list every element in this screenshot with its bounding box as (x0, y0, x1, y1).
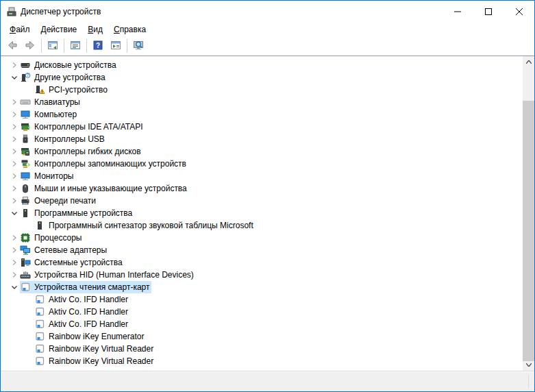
tree-item[interactable]: Программный синтезатор звуковой таблицы … (1, 219, 523, 232)
tree-item[interactable]: Устройства чтения смарт-карт (1, 281, 523, 293)
chevron-collapsed-icon[interactable] (9, 121, 20, 132)
tree-item[interactable]: Мыши и иные указывающие устройства (1, 182, 523, 195)
tree-item-content[interactable]: Программные устройства (20, 207, 134, 219)
mouse-icon (20, 183, 31, 194)
chevron-spacer (23, 343, 34, 354)
tree-item[interactable]: Контроллеры гибких дисков (1, 145, 523, 158)
tree-item[interactable]: Компьютер (1, 108, 523, 121)
tree-item[interactable]: PCI-устройство (1, 84, 523, 96)
tree-item-content[interactable]: PCI-устройство (34, 84, 110, 96)
chevron-collapsed-icon[interactable] (9, 183, 20, 194)
scan-hardware-button[interactable] (129, 38, 147, 54)
chevron-collapsed-icon[interactable] (9, 195, 20, 206)
toolbar-separator (86, 39, 87, 53)
tree-item[interactable]: Мониторы (1, 170, 523, 182)
chevron-collapsed-icon[interactable] (9, 257, 20, 268)
menu-item-файл[interactable]: Файл (4, 23, 36, 36)
smartcard-reader-icon (34, 356, 45, 367)
tree-item-content[interactable]: Rainbow iKey Virtual Reader (34, 343, 155, 355)
scrollbar-track[interactable] (523, 68, 534, 359)
tree-item[interactable]: Контроллеры USB (1, 133, 523, 145)
chevron-collapsed-icon[interactable] (9, 146, 20, 157)
console-tree-button[interactable] (44, 38, 62, 54)
chevron-collapsed-icon[interactable] (9, 245, 20, 256)
tree-item-content[interactable]: Системные устройства (20, 256, 125, 269)
tree-item-content[interactable]: Контроллеры запоминающих устройств (20, 158, 188, 170)
tree-item-content[interactable]: Программный синтезатор звуковой таблицы … (34, 219, 256, 232)
tree-item[interactable]: Rainbow iKey Virtual Reader (1, 343, 523, 355)
properties-button[interactable] (66, 38, 84, 54)
chevron-spacer (23, 294, 34, 305)
chevron-collapsed-icon[interactable] (9, 158, 20, 169)
minimize-button[interactable] (442, 1, 473, 22)
help-icon: ? (92, 40, 103, 53)
tree-item[interactable]: Rainbow iKey Enumerator (1, 330, 523, 343)
tree-item[interactable]: Сетевые адаптеры (1, 244, 523, 256)
device-manager-window: Диспетчер устройств ФайлДействиеВидСправ… (0, 0, 535, 392)
chevron-collapsed-icon[interactable] (9, 269, 20, 280)
chevron-collapsed-icon[interactable] (9, 97, 20, 108)
menu-item-вид[interactable]: Вид (82, 23, 108, 36)
tree-item-label: Rainbow iKey Enumerator (49, 330, 144, 343)
tree-item-content[interactable]: Контроллеры гибких дисков (20, 145, 143, 158)
tree-item-content-selected[interactable]: Устройства чтения смарт-карт (20, 281, 151, 293)
tree-item-content[interactable]: Aktiv Co. IFD Handler (34, 318, 130, 330)
tree-item-content[interactable]: Мониторы (20, 170, 75, 182)
properties-icon (70, 40, 81, 53)
tree-item[interactable]: Rainbow iKey Virtual Reader (1, 355, 523, 367)
tree-item-content[interactable]: Клавиатуры (20, 96, 82, 108)
tree-item-content[interactable]: Устройства HID (Human Interface Devices) (20, 269, 196, 281)
chevron-spacer (23, 356, 34, 367)
chevron-collapsed-icon[interactable] (9, 171, 20, 182)
tree-item[interactable]: Процессоры (1, 232, 523, 244)
minimize-icon (454, 8, 461, 15)
smartcard-reader-icon (34, 306, 45, 317)
chevron-collapsed-icon[interactable] (9, 232, 20, 243)
tree-item[interactable]: Системные устройства (1, 256, 523, 269)
scroll-up-button[interactable] (523, 56, 534, 68)
action-pane-button[interactable] (107, 38, 125, 54)
tree-item-content[interactable]: Rainbow iKey Virtual Reader (34, 355, 155, 367)
vertical-scrollbar[interactable] (523, 56, 534, 371)
tree-item[interactable]: Контроллеры запоминающих устройств (1, 158, 523, 170)
tree-item[interactable]: Программные устройства (1, 207, 523, 219)
chevron-collapsed-icon[interactable] (9, 134, 20, 145)
close-button[interactable] (503, 1, 534, 22)
forward-arrow-button[interactable] (21, 38, 39, 54)
tree-item-content[interactable]: Контроллеры USB (20, 133, 107, 145)
tree-item[interactable]: Aktiv Co. IFD Handler (1, 306, 523, 318)
tree-item-content[interactable]: Процессоры (20, 232, 84, 244)
tree-item[interactable]: Aktiv Co. IFD Handler (1, 293, 523, 306)
chevron-expanded-icon[interactable] (9, 72, 20, 83)
tree-item-content[interactable]: Очереди печати (20, 195, 98, 207)
tree-item[interactable]: Aktiv Co. IFD Handler (1, 318, 523, 330)
tree-item-label: Контроллеры USB (34, 133, 105, 145)
menu-item-справка[interactable]: Справка (108, 23, 151, 36)
tree-item-label: Контроллеры гибких дисков (34, 145, 141, 158)
tree-item-content[interactable]: Сетевые адаптеры (20, 244, 109, 256)
tree-item-content[interactable]: Мыши и иные указывающие устройства (20, 182, 189, 195)
maximize-button[interactable] (473, 1, 503, 22)
tree-item[interactable]: Контроллеры IDE ATA/ATAPI (1, 121, 523, 133)
scrollbar-thumb[interactable] (523, 101, 534, 361)
tree-item[interactable]: Дисковые устройства (1, 59, 523, 71)
tree-item[interactable]: Очереди печати (1, 195, 523, 207)
menu-bar: ФайлДействиеВидСправка (1, 22, 534, 36)
tree-item-content[interactable]: Дисковые устройства (20, 59, 119, 71)
back-arrow-button[interactable] (3, 38, 21, 54)
chevron-expanded-icon[interactable] (9, 208, 20, 219)
tree-item[interactable]: Устройства HID (Human Interface Devices) (1, 269, 523, 281)
tree-item-content[interactable]: ?Другие устройства (20, 71, 108, 84)
tree-item[interactable]: ?Другие устройства (1, 71, 523, 84)
tree-item-content[interactable]: Aktiv Co. IFD Handler (34, 293, 130, 306)
tree-item-content[interactable]: Компьютер (20, 108, 79, 121)
menu-item-действие[interactable]: Действие (36, 23, 83, 36)
chevron-collapsed-icon[interactable] (9, 109, 20, 120)
tree-item[interactable]: Клавиатуры (1, 96, 523, 108)
chevron-expanded-icon[interactable] (9, 282, 20, 293)
chevron-collapsed-icon[interactable] (9, 60, 20, 71)
tree-item-content[interactable]: Rainbow iKey Enumerator (34, 330, 146, 343)
help-button[interactable]: ? (89, 38, 107, 54)
tree-item-content[interactable]: Aktiv Co. IFD Handler (34, 306, 130, 318)
tree-item-content[interactable]: Контроллеры IDE ATA/ATAPI (20, 121, 145, 133)
